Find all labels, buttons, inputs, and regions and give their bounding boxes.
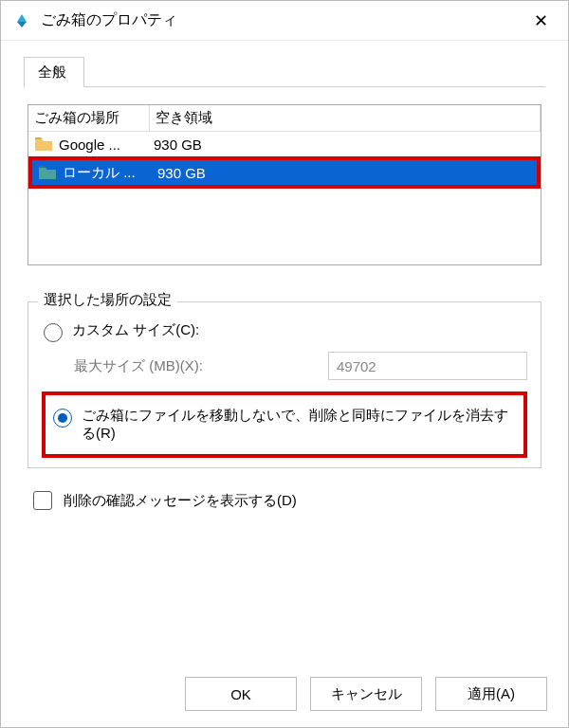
highlight-annotation: ローカル ... 930 GB	[28, 156, 541, 189]
folder-icon	[34, 136, 53, 152]
cell-location: ローカル ...	[63, 164, 154, 182]
max-size-input[interactable]	[328, 352, 527, 380]
cancel-button[interactable]: キャンセル	[310, 677, 422, 711]
header-location[interactable]: ごみ箱の場所	[28, 105, 150, 132]
radio-no-recycle[interactable]: ごみ箱にファイルを移動しないで、削除と同時にファイルを消去する(R)	[51, 401, 518, 448]
max-size-row: 最大サイズ (MB)(X):	[42, 348, 527, 388]
ok-button[interactable]: OK	[185, 677, 297, 711]
recycle-bin-icon	[12, 11, 31, 30]
list-item[interactable]: Google ... 930 GB	[28, 132, 541, 156]
checkbox-icon	[33, 491, 52, 510]
recycle-bin-properties-window: ごみ箱のプロパティ ✕ 全般 ごみ箱の場所 空き領域 Google ... 93…	[0, 0, 569, 728]
button-label: 適用(A)	[468, 685, 515, 703]
tab-bar: 全般	[1, 41, 568, 87]
cell-location: Google ...	[59, 136, 150, 153]
close-icon: ✕	[534, 12, 548, 29]
tab-content: ごみ箱の場所 空き領域 Google ... 930 GB ローカル ... 9…	[1, 87, 568, 661]
list-header: ごみ箱の場所 空き領域	[28, 105, 541, 132]
tab-label: 全般	[38, 64, 66, 80]
apply-button[interactable]: 適用(A)	[435, 677, 547, 711]
folder-icon	[38, 165, 57, 180]
radio-icon	[44, 323, 63, 342]
max-size-label: 最大サイズ (MB)(X):	[74, 357, 328, 375]
window-title: ごみ箱のプロパティ	[41, 10, 519, 30]
button-label: OK	[230, 686, 251, 702]
radio-icon	[53, 409, 72, 428]
radio-custom-size[interactable]: カスタム サイズ(C):	[42, 316, 527, 348]
close-button[interactable]: ✕	[519, 1, 562, 40]
checkbox-label: 削除の確認メッセージを表示する(D)	[64, 492, 297, 510]
header-free[interactable]: 空き領域	[150, 105, 541, 132]
group-title: 選択した場所の設定	[38, 291, 177, 309]
confirm-delete-checkbox[interactable]: 削除の確認メッセージを表示する(D)	[28, 491, 541, 510]
location-list[interactable]: ごみ箱の場所 空き領域 Google ... 930 GB ローカル ... 9…	[28, 104, 541, 265]
radio-label: ごみ箱にファイルを移動しないで、削除と同時にファイルを消去する(R)	[82, 407, 516, 443]
highlight-annotation: ごみ箱にファイルを移動しないで、削除と同時にファイルを消去する(R)	[42, 391, 527, 458]
dialog-buttons: OK キャンセル 適用(A)	[1, 661, 568, 727]
location-settings-group: 選択した場所の設定 カスタム サイズ(C): 最大サイズ (MB)(X): ごみ…	[28, 301, 541, 468]
list-item[interactable]: ローカル ... 930 GB	[32, 160, 537, 185]
radio-label: カスタム サイズ(C):	[72, 321, 199, 339]
cell-free: 930 GB	[150, 136, 202, 153]
tab-general[interactable]: 全般	[24, 57, 84, 87]
titlebar: ごみ箱のプロパティ ✕	[1, 1, 568, 41]
cell-free: 930 GB	[154, 165, 206, 181]
button-label: キャンセル	[331, 685, 402, 703]
